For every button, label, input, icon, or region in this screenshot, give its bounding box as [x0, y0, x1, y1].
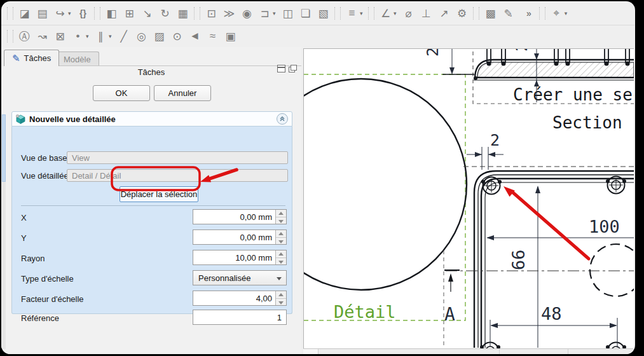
move-selection-button[interactable]: Déplacer la sélection [120, 186, 198, 202]
toolbar-overflow-button[interactable]: » [526, 8, 531, 18]
toolbar-handle[interactable] [7, 7, 13, 20]
toolbar-handle[interactable] [194, 7, 200, 20]
undo-view-icon[interactable]: ⊐ [256, 5, 273, 22]
tab-tasks[interactable]: ✎ Tâches [4, 50, 59, 66]
stacking-dropdown-caret[interactable]: ▾ [360, 10, 366, 17]
scale-type-combobox[interactable]: Personnalisée [193, 270, 287, 285]
customize-wrench-icon[interactable]: ⚙ [453, 5, 470, 22]
top-gap-dim[interactable]: 2 [423, 49, 442, 57]
dim-48[interactable]: 48 [541, 304, 562, 324]
insert-view-icon[interactable]: ⊡ [203, 5, 220, 22]
redraw-page-icon[interactable]: ↘ [139, 5, 156, 22]
scale-factor-spin-buttons[interactable] [275, 291, 286, 305]
scrollbar-corner [303, 349, 319, 354]
update-page-icon[interactable]: ↻ [156, 5, 174, 22]
cancel-button[interactable]: Annuler [154, 85, 211, 101]
section-arrow-label[interactable]: A [444, 304, 455, 325]
weld-symbol-icon[interactable]: ≈ [204, 28, 221, 44]
float-panel-icon[interactable] [289, 65, 296, 71]
task-panel-dock: ✎ Tâches Modèle Tâches OK Annuler Nouvel… [1, 47, 301, 354]
y-label: Y [21, 233, 27, 243]
open-folder-icon[interactable]: ▤ [34, 5, 51, 22]
section-thickness-dim[interactable]: 2 [513, 49, 531, 51]
toolbar-handle[interactable] [7, 30, 13, 43]
dimension-vertical-icon[interactable]: ⊥ [418, 5, 435, 22]
new-document-icon[interactable]: ◪ [16, 5, 33, 22]
cosmetic-vertex-dropdown-caret[interactable]: ▾ [86, 33, 92, 39]
export-icon[interactable]: ↪ [51, 5, 69, 22]
dimension-angle-dropdown-caret[interactable]: ▾ [394, 10, 399, 17]
base-view-field: View [67, 151, 288, 164]
horizontal-scrollbar[interactable] [303, 348, 633, 354]
collapse-button[interactable] [277, 113, 288, 125]
dock-panel-icon[interactable] [277, 65, 285, 72]
y-spinbox[interactable]: 0,00 mm [193, 229, 287, 245]
detail-circle[interactable] [304, 79, 467, 290]
toolbar-handle[interactable] [473, 7, 479, 20]
reference-input[interactable]: 1 [193, 310, 287, 325]
section-view-icon[interactable]: ◫ [279, 5, 296, 22]
annotation-block-icon[interactable]: Ⓐ [16, 28, 33, 44]
print-icon[interactable]: ▦ [174, 5, 191, 22]
radius-spinbox[interactable]: 10,00 mm [193, 250, 287, 265]
surface-finish-icon[interactable]: ◄ [186, 28, 203, 44]
toolbar-handle[interactable] [368, 7, 374, 20]
toolbar-handle[interactable] [94, 7, 100, 20]
cosmetic-line-icon[interactable]: ╱ [115, 28, 132, 44]
section-studs [487, 49, 629, 63]
drawing-view[interactable]: Détail Créer une sec Section [303, 48, 634, 349]
dim-48-arrow-r [610, 323, 617, 328]
annotation-pencil-icon[interactable]: ✎ [500, 5, 517, 22]
face-hatch-icon[interactable]: ▨ [151, 28, 168, 44]
techdraw-page: Détail Créer une sec Section [304, 49, 634, 349]
dim-100[interactable]: 100 [589, 217, 620, 236]
hidden-hole-circle[interactable] [590, 244, 634, 296]
y-spin-buttons[interactable] [275, 230, 286, 244]
group-header[interactable]: Nouvelle vue détaillée [11, 111, 292, 127]
macro-braces-icon[interactable]: {} [74, 5, 92, 22]
scale-factor-spinbox[interactable]: 4,00 [193, 291, 287, 306]
ok-button[interactable]: OK [93, 85, 150, 101]
detail-label[interactable]: Détail [334, 302, 396, 322]
add-image-view-icon[interactable]: ▧ [315, 5, 332, 22]
spreadsheet-icon[interactable]: ▩ [482, 5, 499, 22]
x-spinbox[interactable]: 0,00 mm [193, 209, 287, 224]
toolbar-handle[interactable] [334, 7, 341, 20]
image-clip-icon[interactable]: ▣ [222, 28, 239, 44]
annotation-text[interactable]: Créer une sec [513, 85, 634, 104]
x-spin-buttons[interactable] [275, 210, 286, 224]
panel-scrollbar-thumb[interactable] [2, 114, 6, 182]
dimension-diameter-icon[interactable]: ⌀ [400, 5, 417, 22]
center-mark-icon[interactable]: ◎ [133, 28, 150, 44]
section-title[interactable]: Section [552, 113, 622, 132]
wall-dim[interactable]: 2 [490, 131, 500, 149]
new-page-icon[interactable]: ◧ [103, 5, 120, 22]
axis-target-icon[interactable]: ⌖ [548, 5, 565, 22]
stacking-icon[interactable]: ≡ [343, 5, 360, 22]
axis-target-dropdown-caret[interactable]: ▾ [565, 10, 570, 17]
visibility-eye-icon[interactable]: ⊙ [168, 28, 186, 44]
scale-type-label: Type d'échelle [21, 274, 74, 284]
radius-spin-buttons[interactable] [275, 250, 286, 264]
cosmetic-vertex-icon[interactable]: • [69, 28, 86, 44]
rich-annotation-icon[interactable]: ⊠ [51, 28, 69, 44]
dimension-angle-icon[interactable]: ∠ [377, 5, 394, 22]
tab-model[interactable]: Modèle [55, 51, 99, 66]
x-label: X [21, 213, 27, 222]
clip-view-icon[interactable]: ❏ [297, 5, 314, 22]
tab-tasks-label: Tâches [24, 53, 51, 63]
dimension-oblique-icon[interactable]: ↗ [435, 5, 453, 22]
new-page-template-icon[interactable]: ⊞ [121, 5, 138, 22]
leader-line-icon[interactable]: ↝ [34, 28, 51, 44]
dim-48-arrow-l [490, 323, 498, 328]
centerline-icon[interactable]: ∥ [92, 28, 109, 44]
undo-view-dropdown-caret[interactable]: ▾ [273, 10, 278, 17]
camera-view-icon[interactable]: ◉ [238, 5, 256, 22]
projection-group-icon[interactable]: ≫ [221, 5, 238, 22]
dim-66[interactable]: 66 [509, 249, 528, 270]
panel-scrollbar[interactable] [2, 114, 6, 349]
export-dropdown-caret[interactable]: ▾ [68, 10, 74, 17]
toolbar-handle[interactable] [539, 7, 545, 20]
centerline-dropdown-caret[interactable]: ▾ [109, 33, 114, 39]
wall-dim-arrow-l [475, 152, 482, 157]
